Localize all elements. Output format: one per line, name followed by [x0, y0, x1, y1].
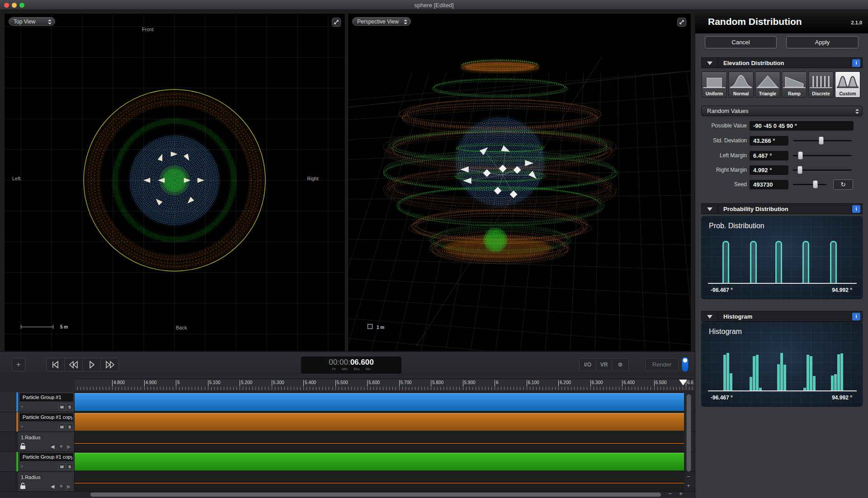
next-keyframe-button[interactable]: ▶ — [67, 484, 71, 489]
dist-button-normal[interactable]: Normal — [728, 71, 754, 98]
zoom-out-vertical-button[interactable]: − — [684, 474, 693, 481]
minor-tick — [249, 387, 250, 390]
play-button[interactable] — [82, 358, 101, 371]
mute-button[interactable]: M — [58, 463, 66, 470]
add-parameter-icon[interactable]: + — [20, 404, 24, 410]
add-keyframe-icon[interactable]: ◆ — [60, 484, 63, 488]
lock-icon[interactable] — [20, 483, 26, 489]
ruler-label: 5.100 — [209, 380, 221, 385]
cancel-button[interactable]: Cancel — [705, 36, 777, 48]
chevron-updown-icon — [47, 19, 52, 25]
values-mode-dropdown[interactable]: Random Values — [701, 106, 863, 116]
minor-tick — [278, 387, 278, 390]
render-button[interactable]: Render — [645, 358, 679, 371]
timecode-display[interactable]: 00:00:06.600 HrMinSecMs — [301, 357, 401, 374]
add-track-button[interactable]: + — [12, 358, 25, 371]
lock-icon[interactable] — [20, 443, 26, 450]
right-margin-slider[interactable] — [793, 165, 852, 175]
track-header[interactable]: Particle Group #1+MS — [18, 392, 75, 412]
view-selector-perspective[interactable]: Perspective View — [352, 17, 411, 26]
dist-button-uniform[interactable]: Uniform — [702, 71, 727, 98]
clip-region[interactable] — [75, 453, 684, 470]
clip-region[interactable] — [75, 393, 684, 411]
collapse-triangle-icon[interactable] — [702, 204, 718, 214]
view-selector-top[interactable]: Top View — [9, 17, 55, 26]
possible-value-field[interactable]: -90 -45 0 45 90 ° — [750, 121, 854, 131]
slider-thumb[interactable] — [798, 151, 803, 160]
right-margin-field[interactable]: 4.992 ° — [750, 165, 788, 175]
expand-viewport-icon[interactable] — [332, 18, 341, 27]
render-toggle[interactable] — [682, 357, 689, 372]
minor-tick — [431, 387, 431, 390]
dist-button-custom[interactable]: Custom — [835, 71, 860, 98]
track-header[interactable]: Particle Group #1 copy+MS — [18, 412, 75, 432]
zoom-in-vertical-button[interactable]: + — [684, 483, 693, 490]
next-keyframe-button[interactable]: ▶ — [67, 444, 71, 450]
info-icon[interactable]: i — [852, 313, 860, 320]
minor-tick — [561, 387, 562, 390]
timeline-ruler[interactable]: 4.8004.90055.1005.2005.3005.4005.5005.60… — [75, 379, 695, 391]
minor-tick — [437, 387, 438, 390]
seed-slider[interactable] — [793, 180, 826, 189]
automation-lane[interactable] — [75, 432, 684, 451]
skip-start-button[interactable] — [46, 358, 65, 371]
left-margin-slider[interactable] — [793, 151, 852, 160]
minor-tick — [638, 387, 638, 390]
track-header[interactable]: Particle Group #1 copy+MS — [18, 452, 75, 471]
expand-viewport-icon[interactable] — [677, 18, 686, 27]
mute-button[interactable]: M — [58, 404, 66, 410]
seed-field[interactable]: 493730 — [750, 180, 788, 189]
add-keyframe-icon[interactable]: ◆ — [60, 444, 63, 448]
track-name-field[interactable]: Particle Group #1 — [20, 394, 73, 401]
playhead-marker[interactable] — [679, 380, 687, 385]
automation-lane[interactable] — [75, 472, 684, 491]
zoom-out-horizontal-button[interactable]: − — [665, 490, 675, 498]
track-header[interactable]: 1.Radius◀◆▶ — [18, 432, 75, 451]
collapse-triangle-icon[interactable] — [702, 311, 718, 321]
solo-button[interactable]: S — [66, 404, 73, 410]
mute-button[interactable]: M — [58, 423, 66, 430]
chart-title: Histogram — [709, 328, 742, 336]
rewind-button[interactable] — [64, 358, 83, 371]
dist-button-triangle[interactable]: Triangle — [755, 71, 780, 98]
std-deviation-field[interactable]: 43.266 ° — [750, 136, 788, 146]
track-header[interactable]: 1.Radius◀◆▶ — [18, 472, 75, 491]
info-icon[interactable]: i — [852, 205, 860, 213]
track-lane[interactable] — [75, 392, 684, 412]
vr-button[interactable]: VR — [596, 358, 612, 371]
info-icon[interactable]: i — [852, 59, 860, 67]
fast-forward-button[interactable] — [100, 358, 119, 371]
prev-keyframe-button[interactable]: ◀ — [51, 484, 54, 489]
add-parameter-icon[interactable]: + — [20, 423, 24, 430]
slider-thumb[interactable] — [813, 180, 818, 188]
dist-button-discrete[interactable]: Discrete — [808, 71, 834, 98]
horizontal-scrollbar[interactable] — [90, 493, 661, 497]
slider-thumb[interactable] — [819, 136, 824, 145]
minor-tick — [479, 387, 479, 390]
solo-button[interactable]: S — [66, 463, 73, 470]
clip-region[interactable] — [75, 413, 684, 431]
collapse-triangle-icon[interactable] — [702, 58, 718, 68]
track-lane[interactable] — [75, 472, 684, 491]
ruler-label: 6.100 — [528, 380, 539, 385]
std-deviation-slider[interactable] — [793, 136, 852, 146]
slider-thumb[interactable] — [797, 166, 802, 174]
left-margin-field[interactable]: 6.467 ° — [750, 151, 788, 160]
solo-button[interactable]: S — [66, 423, 73, 430]
zoom-in-horizontal-button[interactable]: + — [676, 490, 685, 498]
track-lane[interactable] — [75, 452, 684, 471]
io-button[interactable]: I/O — [579, 358, 596, 371]
vertical-scrollbar[interactable] — [686, 394, 691, 472]
track-lane[interactable] — [75, 412, 684, 432]
viewport-top-view[interactable]: Top View Front Left Right Back 5 m — [5, 14, 345, 351]
add-parameter-icon[interactable]: + — [20, 463, 24, 470]
apply-button[interactable]: Apply — [786, 36, 859, 48]
reload-seed-button[interactable]: ↻ — [833, 179, 853, 190]
track-name-field[interactable]: Particle Group #1 copy — [20, 413, 73, 421]
track-lane[interactable] — [75, 432, 684, 451]
dist-button-ramp[interactable]: Ramp — [782, 71, 807, 98]
prev-keyframe-button[interactable]: ◀ — [51, 444, 54, 450]
settings-gear-icon[interactable]: ⚙ — [612, 358, 629, 371]
viewport-perspective[interactable]: Perspective View 1 m — [348, 14, 691, 351]
track-name-field[interactable]: Particle Group #1 copy — [20, 453, 73, 461]
